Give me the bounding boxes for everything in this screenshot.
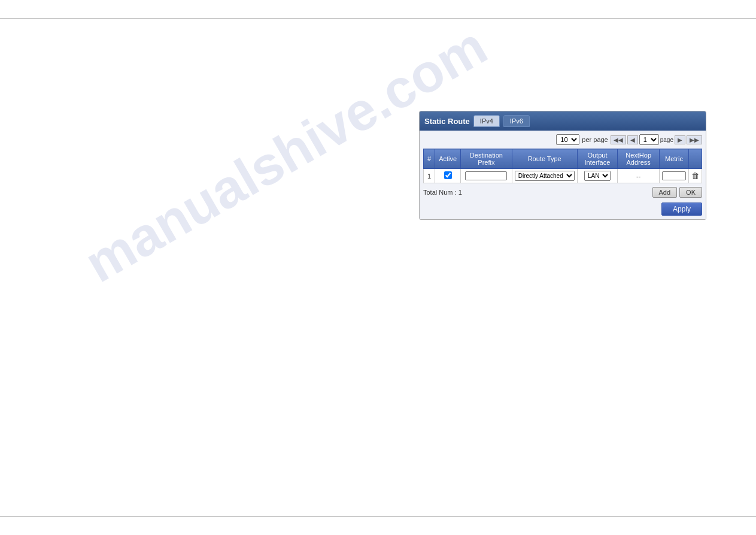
panel-title: Static Route	[424, 117, 470, 126]
pagination-row: 10 per page ◀◀ ◀ 1 page ▶ ▶▶	[423, 134, 702, 145]
pagination-nav: ◀◀ ◀ 1 page ▶ ▶▶	[611, 134, 702, 145]
route-type-select[interactable]: Directly Attached	[515, 171, 575, 181]
bottom-row: Total Num : 1 Add OK	[423, 186, 702, 199]
delete-icon[interactable]: 🗑	[691, 171, 699, 180]
route-table: # Active Destination Prefix Route Type O…	[423, 149, 702, 183]
per-page-label: per page	[582, 136, 608, 143]
col-nexthop-address: NextHop Address	[618, 149, 660, 169]
apply-button[interactable]: Apply	[661, 202, 702, 216]
page-select[interactable]: 1	[639, 134, 659, 145]
col-metric: Metric	[659, 149, 688, 169]
col-action	[688, 149, 702, 169]
dest-prefix-input[interactable]	[465, 171, 507, 180]
nav-last-button[interactable]: ▶▶	[687, 135, 702, 144]
cell-num: 1	[424, 169, 435, 183]
cell-nexthop-address: --	[618, 169, 660, 183]
action-buttons: Add OK	[652, 187, 702, 198]
col-active: Active	[435, 149, 461, 169]
panel-header: Static Route IPv4 IPv6	[420, 111, 706, 131]
active-checkbox[interactable]	[444, 171, 452, 179]
ok-button[interactable]: OK	[679, 187, 702, 198]
cell-route-type: Directly Attached	[512, 169, 577, 183]
table-row: 1 Directly Attached LAN	[424, 169, 702, 183]
nav-first-button[interactable]: ◀◀	[611, 135, 626, 144]
total-num-label: Total Num : 1	[423, 189, 462, 196]
apply-row: Apply	[423, 202, 702, 216]
static-route-panel: Static Route IPv4 IPv6 10 per page ◀◀ ◀ …	[419, 111, 706, 220]
col-dest-prefix: Destination Prefix	[461, 149, 512, 169]
nav-prev-button[interactable]: ◀	[627, 135, 638, 144]
col-num: #	[424, 149, 435, 169]
output-interface-select[interactable]: LAN	[584, 171, 611, 181]
per-page-select[interactable]: 10	[556, 134, 579, 145]
panel-body: 10 per page ◀◀ ◀ 1 page ▶ ▶▶ # Active De…	[420, 131, 706, 219]
bottom-border	[0, 516, 756, 517]
cell-dest-prefix	[461, 169, 512, 183]
tab-ipv4[interactable]: IPv4	[473, 115, 500, 127]
col-output-interface: Output Interface	[577, 149, 618, 169]
top-border	[0, 18, 756, 19]
page-label: page	[660, 137, 673, 143]
add-button[interactable]: Add	[652, 187, 678, 198]
tab-ipv6[interactable]: IPv6	[503, 115, 530, 127]
cell-metric	[659, 169, 688, 183]
col-route-type: Route Type	[512, 149, 577, 169]
cell-active	[435, 169, 461, 183]
cell-output-interface: LAN	[577, 169, 618, 183]
metric-input[interactable]	[662, 171, 686, 180]
nav-next-button[interactable]: ▶	[675, 135, 685, 144]
cell-delete: 🗑	[688, 169, 702, 183]
